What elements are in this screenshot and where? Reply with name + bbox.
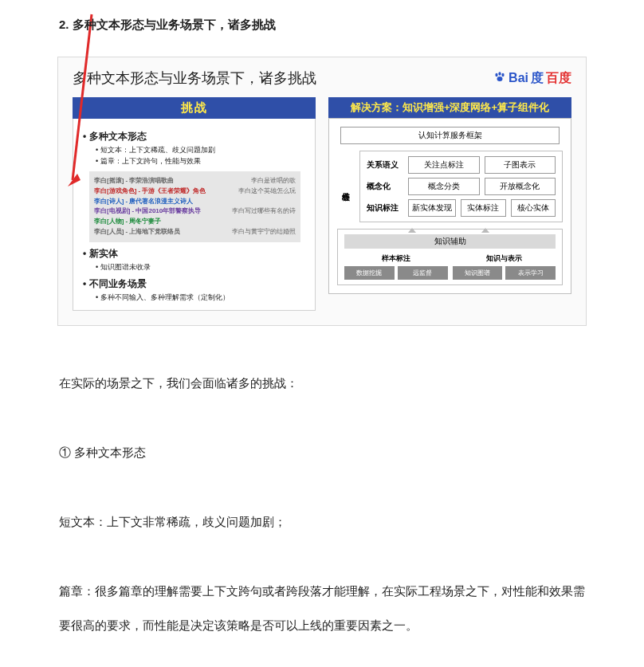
paw-icon: [493, 71, 506, 86]
paragraph: 篇章：很多篇章的理解需要上下文跨句或者跨段落才能理解，在实际工程场景之下，对性能…: [59, 574, 585, 643]
challenge-2-title: 新实体: [83, 247, 307, 261]
article-body: 在实际的场景之下，我们会面临诸多的挑战： ① 多种文本形态 短文本：上下文非常稀…: [51, 366, 593, 643]
svg-point-2: [495, 73, 497, 76]
challenges-column: 挑战 多种文本形态 短文本：上下文稀疏、歧义问题加剧 篇章：上下文跨句，性能与效…: [73, 97, 316, 311]
challenges-bar: 挑战: [73, 97, 316, 119]
example-box: 李白[摇滚] - 李荣浩演唱歌曲李白是谁唱的歌 李白[游戏角色] - 手游《王者…: [89, 171, 300, 242]
solution-column: 解决方案：知识增强+深度网络+算子组件化 认知计算服务框架 核心算子组件 关系语…: [328, 97, 571, 311]
framework-box: 认知计算服务框架: [340, 127, 560, 144]
svg-point-3: [498, 72, 501, 75]
paragraph: 短文本：上下文非常稀疏，歧义问题加剧；: [59, 504, 585, 539]
paragraph: ① 多种文本形态: [59, 435, 585, 470]
slide-title: 多种文本形态与业务场景下，诸多挑战: [73, 69, 316, 88]
challenge-1-title: 多种文本形态: [83, 130, 307, 143]
svg-point-4: [501, 73, 504, 76]
assist-block: 知识辅助 样本标注 数据挖掘 远监督 知识与表示: [337, 229, 563, 285]
svg-point-5: [497, 77, 503, 81]
core-side-label: 核心算子组件: [337, 151, 353, 222]
paragraph: 在实际的场景之下，我们会面临诸多的挑战：: [59, 366, 585, 401]
baidu-logo: Bai度 百度: [493, 70, 571, 87]
solution-bar: 解决方案：知识增强+深度网络+算子组件化: [328, 97, 571, 118]
challenge-3-title: 不同业务场景: [83, 277, 307, 291]
section-heading: 2. 多种文本形态与业务场景下，诸多挑战: [59, 18, 593, 33]
slide: 多种文本形态与业务场景下，诸多挑战 Bai度 百度 挑战 多种文本形态 短文本：…: [57, 57, 587, 326]
